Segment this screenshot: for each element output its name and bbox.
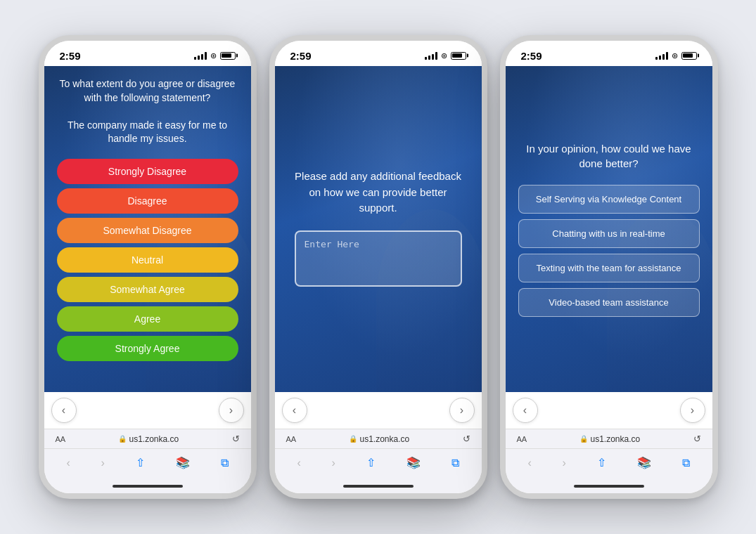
option-buttons: Self Serving via Knowledge Content Chatt… — [518, 185, 700, 317]
answer-somewhat-agree[interactable]: Somewhat Agree — [57, 277, 238, 302]
phones-container: 2:59 ⊛ — [25, 21, 732, 513]
screen1: To what extent do you agree or disagree … — [44, 66, 251, 392]
browser-aa-3[interactable]: AA — [517, 435, 527, 443]
browser-url-2[interactable]: 🔒 us1.zonka.co — [349, 434, 409, 444]
browser-url-1[interactable]: 🔒 us1.zonka.co — [118, 434, 179, 444]
browser-bar-1: AA 🔒 us1.zonka.co ↺ — [44, 429, 251, 448]
option-chatting[interactable]: Chatting with us in real-time — [518, 219, 700, 248]
status-icons-3: ⊛ — [655, 51, 697, 60]
phone2-wrapper: 2:59 ⊛ — [269, 35, 487, 499]
home-bar-1 — [113, 485, 183, 488]
status-time-3: 2:59 — [521, 50, 542, 62]
back-arrow-3[interactable]: ‹ — [513, 398, 538, 423]
home-bar-2 — [343, 485, 414, 488]
tabs-btn-3[interactable]: ⧉ — [677, 454, 696, 472]
screen3: In your opinion, how could we have done … — [506, 66, 712, 392]
bottom-toolbar-1: ‹ › ⇧ 📚 ⧉ — [44, 448, 251, 482]
answer-neutral[interactable]: Neutral — [57, 247, 238, 273]
status-time-2: 2:59 — [290, 50, 312, 62]
phone1-wrapper: 2:59 ⊛ — [39, 35, 257, 499]
back-btn-3[interactable]: ‹ — [522, 454, 537, 472]
refresh-icon-2[interactable]: ↺ — [463, 434, 470, 444]
share-btn-1[interactable]: ⇧ — [130, 453, 150, 472]
phone1: 2:59 ⊛ — [39, 35, 257, 499]
survey-inner-3: In your opinion, how could we have done … — [506, 66, 712, 392]
nav-arrows-1: ‹ › — [44, 392, 251, 429]
survey-inner-1: To what extent do you agree or disagree … — [44, 66, 251, 392]
phone2: 2:59 ⊛ — [269, 35, 487, 499]
forward-arrow-1[interactable]: › — [219, 398, 244, 423]
answer-strongly-agree[interactable]: Strongly Agree — [57, 336, 238, 361]
answer-buttons-1: Strongly Disagree Disagree Somewhat Disa… — [57, 159, 238, 361]
bookmarks-btn-2[interactable]: 📚 — [401, 453, 426, 472]
question-title-1: To what extent do you agree or disagree … — [57, 77, 238, 146]
answer-disagree[interactable]: Disagree — [57, 188, 238, 214]
battery-icon-3 — [681, 52, 697, 60]
back-arrow-1[interactable]: ‹ — [51, 398, 77, 423]
signal-icon-1 — [194, 52, 207, 60]
forward-arrow-2[interactable]: › — [449, 398, 475, 423]
wifi-icon-3: ⊛ — [672, 51, 678, 60]
status-bar-1: 2:59 ⊛ — [44, 41, 251, 66]
share-btn-2[interactable]: ⇧ — [361, 453, 381, 472]
wifi-icon-2: ⊛ — [441, 51, 447, 60]
tabs-btn-2[interactable]: ⧉ — [446, 454, 465, 472]
nav-arrows-2: ‹ › — [275, 392, 482, 429]
feedback-textarea-wrapper — [288, 230, 469, 289]
bottom-toolbar-2: ‹ › ⇧ 📚 ⧉ — [275, 448, 482, 482]
answer-strongly-disagree[interactable]: Strongly Disagree — [57, 159, 238, 184]
wifi-icon-1: ⊛ — [210, 51, 217, 60]
url-text-3: us1.zonka.co — [590, 434, 640, 444]
home-bar-3 — [574, 485, 644, 488]
fwd-btn-1[interactable]: › — [96, 454, 110, 472]
home-indicator-2 — [275, 482, 482, 493]
answer-somewhat-disagree[interactable]: Somewhat Disagree — [57, 218, 238, 243]
bookmarks-btn-3[interactable]: 📚 — [632, 453, 657, 472]
bottom-toolbar-3: ‹ › ⇧ 📚 ⧉ — [506, 448, 712, 482]
browser-bar-2: AA 🔒 us1.zonka.co ↺ — [275, 429, 482, 448]
survey-inner-2: Please add any additional feedback on ho… — [275, 66, 482, 392]
browser-aa-2[interactable]: AA — [286, 435, 297, 443]
browser-bar-3: AA 🔒 us1.zonka.co ↺ — [506, 429, 712, 448]
answer-agree[interactable]: Agree — [57, 306, 238, 332]
screen2: Please add any additional feedback on ho… — [275, 66, 482, 392]
battery-icon-1 — [220, 52, 236, 60]
refresh-icon-1[interactable]: ↺ — [232, 434, 240, 444]
status-time-1: 2:59 — [60, 50, 81, 62]
phone3-wrapper: 2:59 ⊛ — [500, 35, 718, 499]
refresh-icon-3[interactable]: ↺ — [693, 434, 701, 444]
fwd-btn-2[interactable]: › — [326, 454, 341, 472]
status-icons-1: ⊛ — [194, 51, 236, 60]
back-btn-1[interactable]: ‹ — [60, 454, 75, 472]
back-btn-2[interactable]: ‹ — [291, 454, 306, 472]
feedback-textarea[interactable] — [295, 230, 462, 287]
battery-icon-2 — [451, 52, 466, 60]
status-icons-2: ⊛ — [425, 51, 466, 60]
forward-arrow-3[interactable]: › — [680, 398, 705, 423]
share-btn-3[interactable]: ⇧ — [591, 453, 612, 472]
feedback-prompt: Please add any additional feedback on ho… — [288, 169, 469, 216]
home-indicator-1 — [44, 482, 251, 493]
home-indicator-3 — [506, 482, 712, 493]
tabs-btn-1[interactable]: ⧉ — [215, 454, 234, 472]
url-text-2: us1.zonka.co — [359, 434, 409, 444]
option-video[interactable]: Video-based team assistance — [518, 288, 700, 317]
fwd-btn-3[interactable]: › — [557, 454, 572, 472]
back-arrow-2[interactable]: ‹ — [282, 398, 307, 423]
browser-url-3[interactable]: 🔒 us1.zonka.co — [579, 434, 640, 444]
browser-aa-1[interactable]: AA — [56, 435, 66, 443]
opinion-content: In your opinion, how could we have done … — [518, 77, 700, 381]
option-self-serving[interactable]: Self Serving via Knowledge Content — [518, 185, 700, 214]
option-texting[interactable]: Texting with the team for assistance — [518, 254, 700, 282]
status-bar-2: 2:59 ⊛ — [275, 41, 482, 66]
signal-icon-2 — [425, 52, 437, 60]
opinion-title: In your opinion, how could we have done … — [518, 141, 700, 171]
phone3: 2:59 ⊛ — [500, 35, 718, 499]
signal-icon-3 — [655, 52, 668, 60]
status-bar-3: 2:59 ⊛ — [506, 41, 712, 66]
nav-arrows-3: ‹ › — [506, 392, 712, 429]
bookmarks-btn-1[interactable]: 📚 — [170, 453, 196, 472]
feedback-content: Please add any additional feedback on ho… — [288, 77, 469, 381]
lock-icon-3: 🔒 — [579, 435, 588, 443]
url-text-1: us1.zonka.co — [129, 434, 179, 444]
